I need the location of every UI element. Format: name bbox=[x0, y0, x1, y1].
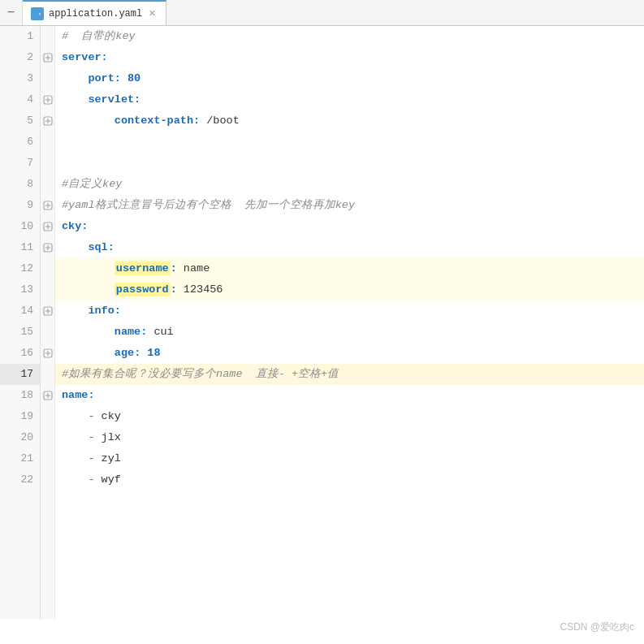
line-number: 21 bbox=[0, 448, 40, 469]
code-line[interactable]: port: 80 bbox=[55, 68, 644, 89]
tab-close-button[interactable]: × bbox=[147, 7, 157, 20]
yaml-key: info: bbox=[62, 300, 121, 322]
code-line[interactable]: #自定义key bbox=[55, 174, 644, 195]
line-number: 4 bbox=[0, 89, 40, 110]
code-line[interactable]: password: 123456 bbox=[55, 279, 644, 300]
fold-icon bbox=[41, 153, 54, 174]
line-number: 1 bbox=[0, 26, 40, 47]
line-number: 12 bbox=[0, 258, 40, 279]
watermark: CSDN @爱吃肉c bbox=[560, 620, 634, 634]
yaml-value: cui bbox=[153, 322, 173, 343]
fold-icon[interactable] bbox=[41, 195, 54, 216]
yaml-value: 123456 bbox=[184, 279, 223, 300]
line-numbers: 12345678910111213141516171819202122 bbox=[0, 26, 41, 620]
code-line[interactable]: #如果有集合呢？没必要写多个name 直接- +空格+值 bbox=[55, 364, 644, 385]
fold-icon[interactable] bbox=[41, 47, 54, 68]
fold-icon bbox=[41, 469, 54, 491]
yaml-key: server: bbox=[62, 47, 108, 68]
line-number: 13 bbox=[0, 279, 40, 300]
fold-icon bbox=[41, 448, 54, 469]
code-line[interactable]: username: name bbox=[55, 258, 644, 279]
list-dash: - bbox=[62, 406, 102, 427]
code-line[interactable]: - wyf bbox=[55, 469, 644, 491]
line-number: 3 bbox=[0, 68, 40, 89]
fold-gutter bbox=[41, 26, 55, 620]
fold-icon[interactable] bbox=[41, 237, 54, 258]
line-number: 8 bbox=[0, 174, 40, 195]
yaml-key: servlet: bbox=[62, 89, 140, 110]
line-number: 15 bbox=[0, 322, 40, 343]
line-number: 14 bbox=[0, 300, 40, 322]
fold-icon bbox=[41, 322, 54, 343]
yaml-key: name: bbox=[62, 385, 95, 406]
line-number: 22 bbox=[0, 469, 40, 491]
fold-icon bbox=[41, 364, 54, 385]
list-dash: - bbox=[62, 427, 102, 448]
line-number: 6 bbox=[0, 132, 40, 153]
code-line[interactable]: server: bbox=[55, 47, 644, 68]
line-number: 10 bbox=[0, 216, 40, 237]
line-number: 17 bbox=[0, 364, 40, 385]
fold-icon[interactable] bbox=[41, 89, 54, 110]
code-line[interactable]: name: cui bbox=[55, 322, 644, 343]
fold-icon bbox=[41, 279, 54, 300]
code-line[interactable]: sql: bbox=[55, 237, 644, 258]
fold-icon bbox=[41, 427, 54, 448]
editor-tab[interactable]: Y application.yaml × bbox=[23, 0, 166, 25]
code-line[interactable]: name: bbox=[55, 385, 644, 406]
fold-icon[interactable] bbox=[41, 343, 54, 364]
line-number: 5 bbox=[0, 110, 40, 132]
line-number: 19 bbox=[0, 406, 40, 427]
fold-icon bbox=[41, 26, 54, 47]
yaml-value: /boot bbox=[206, 110, 240, 132]
line-number: 11 bbox=[0, 237, 40, 258]
list-value: jlx bbox=[102, 427, 121, 448]
fold-icon bbox=[41, 174, 54, 195]
fold-icon[interactable] bbox=[41, 216, 54, 237]
comment-text: # 自带的key bbox=[62, 26, 136, 47]
code-line[interactable]: #yaml格式注意冒号后边有个空格 先加一个空格再加key bbox=[55, 195, 644, 216]
fold-icon[interactable] bbox=[41, 300, 54, 322]
code-line[interactable] bbox=[55, 153, 644, 174]
fold-icon[interactable] bbox=[41, 110, 54, 132]
code-line[interactable]: - zyl bbox=[55, 448, 644, 469]
comment-text: #如果有集合呢？没必要写多个name 直接- +空格+值 bbox=[62, 364, 339, 385]
code-line[interactable]: cky: bbox=[55, 216, 644, 237]
list-dash: - bbox=[62, 469, 102, 491]
comment-text: #自定义key bbox=[62, 174, 122, 195]
yaml-key: port: bbox=[62, 68, 128, 89]
code-line[interactable]: age: 18 bbox=[55, 343, 644, 364]
line-number: 16 bbox=[0, 343, 40, 364]
comment-text: #yaml格式注意冒号后边有个空格 先加一个空格再加key bbox=[62, 195, 355, 216]
line-number: 20 bbox=[0, 427, 40, 448]
code-line[interactable]: servlet: bbox=[55, 89, 644, 110]
list-value: wyf bbox=[102, 469, 121, 491]
line-number: 18 bbox=[0, 385, 40, 406]
code-line[interactable]: - cky bbox=[55, 406, 644, 427]
yaml-value: 80 bbox=[128, 68, 140, 89]
yaml-key: name: bbox=[62, 322, 153, 343]
yaml-value: name bbox=[184, 258, 210, 279]
list-value: zyl bbox=[102, 448, 121, 469]
code-line[interactable] bbox=[55, 132, 644, 153]
tab-bar: − Y application.yaml × bbox=[0, 0, 644, 26]
fold-icon[interactable] bbox=[41, 385, 54, 406]
code-line[interactable]: info: bbox=[55, 300, 644, 322]
fold-icon bbox=[41, 68, 54, 89]
editor-area: 12345678910111213141516171819202122 # 自带… bbox=[0, 26, 644, 620]
list-dash: - bbox=[62, 448, 102, 469]
minimize-button[interactable]: − bbox=[0, 0, 23, 25]
code-line[interactable]: # 自带的key bbox=[55, 26, 644, 47]
yaml-key: age: bbox=[62, 343, 147, 364]
yaml-file-icon: Y bbox=[31, 7, 44, 20]
code-content[interactable]: # 自带的keyserver: port: 80 servlet: contex… bbox=[55, 26, 644, 620]
list-value: cky bbox=[102, 406, 121, 427]
line-number: 7 bbox=[0, 153, 40, 174]
code-line[interactable]: - jlx bbox=[55, 427, 644, 448]
fold-icon bbox=[41, 132, 54, 153]
line-number: 2 bbox=[0, 47, 40, 68]
yaml-key: password: bbox=[62, 279, 184, 300]
code-line[interactable]: context-path: /boot bbox=[55, 110, 644, 132]
yaml-key: sql: bbox=[62, 237, 115, 258]
yaml-key: cky: bbox=[62, 216, 88, 237]
